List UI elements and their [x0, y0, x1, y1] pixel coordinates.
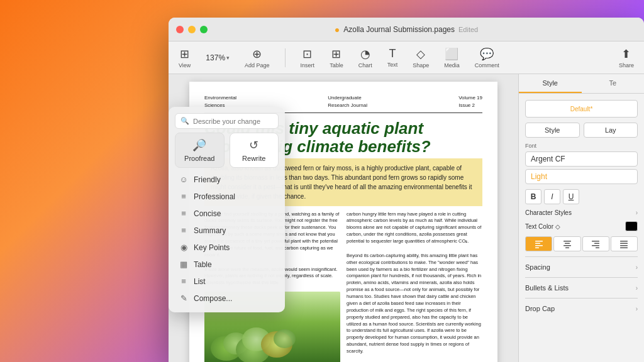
- summary-item[interactable]: ≡ Summary: [175, 222, 279, 238]
- character-styles-label: Character Styles: [525, 209, 572, 216]
- main-window: ● Azolla Journal Submission.pages Edited…: [169, 18, 644, 362]
- svg-rect-1: [535, 243, 540, 244]
- spacing-label: Spacing: [525, 263, 550, 271]
- drop-cap-chevron: ›: [636, 305, 638, 312]
- table-button[interactable]: ⊞ Table: [330, 47, 343, 69]
- title-dot: ●: [335, 25, 340, 35]
- style-layout-buttons: Style Lay: [525, 123, 638, 138]
- svg-rect-7: [565, 248, 569, 249]
- table-icon: ⊞: [331, 47, 341, 61]
- header-journal-line1: Undergraduate: [328, 94, 367, 101]
- align-center-icon: [563, 239, 572, 248]
- compose-item[interactable]: ✎ Compose...: [175, 290, 279, 306]
- character-styles-row: Character Styles ›: [525, 209, 638, 216]
- add-page-button[interactable]: ⊕ Add Page: [245, 47, 270, 69]
- underline-button[interactable]: U: [563, 189, 579, 204]
- toolbar: ⊞ View 137% ▾ ⊕ Add Page ⊡ Insert ⊞ Tabl…: [169, 41, 644, 74]
- chart-button[interactable]: ◔ Chart: [358, 47, 372, 69]
- close-button[interactable]: [176, 26, 184, 33]
- media-button[interactable]: ⬜ Media: [444, 47, 460, 69]
- default-style-selector[interactable]: Default*: [525, 100, 638, 118]
- font-name-selector[interactable]: Argent CF: [525, 151, 638, 167]
- share-button[interactable]: ⬆ Share: [619, 47, 634, 69]
- svg-rect-9: [594, 243, 599, 244]
- color-swatch[interactable]: [625, 221, 638, 231]
- spacing-section[interactable]: Spacing ›: [525, 256, 638, 272]
- comment-button[interactable]: 💬 Comment: [475, 47, 499, 69]
- drop-cap-header[interactable]: Drop Cap ›: [525, 304, 638, 314]
- text-format-row: B I U: [525, 189, 638, 204]
- table-item-label: Table: [194, 260, 212, 269]
- summary-label: Summary: [194, 226, 226, 235]
- align-center-button[interactable]: [553, 236, 580, 251]
- share-icon: ⬆: [621, 47, 631, 61]
- svg-rect-13: [620, 243, 628, 244]
- align-left-button[interactable]: [525, 236, 552, 251]
- header-col2: Undergraduate Research Journal: [328, 94, 367, 109]
- proofread-button[interactable]: 🔎 Proofread: [175, 133, 225, 168]
- main-content: Environmental Sciences Undergraduate Res…: [169, 74, 644, 362]
- key-points-label: Key Points: [194, 243, 230, 252]
- tab-text[interactable]: Te: [582, 74, 645, 93]
- professional-item[interactable]: ≡ Professional: [175, 189, 279, 204]
- describe-change-input[interactable]: 🔍: [175, 113, 279, 129]
- list-item[interactable]: ≡ List: [175, 273, 279, 289]
- table-item[interactable]: ▦ Table: [175, 256, 279, 272]
- insert-button[interactable]: ⊡ Insert: [301, 47, 315, 69]
- align-right-button[interactable]: [582, 236, 609, 251]
- view-icon: ⊞: [180, 47, 189, 61]
- window-title: ● Azolla Journal Submission.pages Edited: [335, 25, 478, 35]
- zoom-value: 137%: [206, 53, 225, 62]
- spacing-header[interactable]: Spacing ›: [525, 262, 638, 272]
- char-styles-arrow: ›: [636, 209, 638, 216]
- professional-label: Professional: [194, 192, 235, 201]
- bold-button[interactable]: B: [525, 189, 541, 204]
- svg-rect-0: [535, 241, 543, 242]
- list-label: List: [194, 277, 206, 286]
- align-justify-button[interactable]: [611, 236, 638, 251]
- header-col3: Volume 19 Issue 2: [458, 94, 482, 109]
- bullets-header[interactable]: Bullets & Lists ›: [525, 283, 638, 293]
- concise-item[interactable]: ≡ Concise: [175, 206, 279, 221]
- italic-button[interactable]: I: [544, 189, 560, 204]
- document-area[interactable]: Environmental Sciences Undergraduate Res…: [169, 74, 518, 362]
- font-weight-selector[interactable]: Light: [525, 169, 638, 184]
- fullscreen-button[interactable]: [200, 26, 208, 33]
- writing-tools-panel: 🔍 🔎 Proofread ↺ Rewrite: [169, 107, 285, 312]
- chevron-down-icon: ▾: [226, 55, 230, 61]
- list-icon: ≡: [179, 277, 189, 286]
- rewrite-icon: ↺: [249, 138, 258, 152]
- friendly-label: Friendly: [194, 175, 221, 184]
- change-input-field[interactable]: [193, 118, 273, 125]
- text-icon: T: [389, 47, 396, 60]
- compose-label: Compose...: [194, 294, 232, 303]
- bullets-section[interactable]: Bullets & Lists ›: [525, 277, 638, 293]
- rewrite-button[interactable]: ↺ Rewrite: [230, 133, 279, 168]
- key-points-icon: ◉: [179, 243, 189, 252]
- traffic-lights: [176, 26, 208, 33]
- tab-style[interactable]: Style: [519, 74, 582, 93]
- align-right-icon: [591, 239, 600, 248]
- svg-rect-8: [592, 241, 599, 242]
- rewrite-label: Rewrite: [242, 155, 265, 162]
- panel-actions: 🔎 Proofread ↺ Rewrite: [175, 133, 279, 168]
- view-button[interactable]: ⊞ View: [179, 47, 191, 69]
- writing-tools-list: ☺ Friendly ≡ Professional ≡ Concise ≡ Su…: [175, 172, 279, 306]
- minimize-button[interactable]: [188, 26, 196, 33]
- text-color-row: Text Color ◇: [525, 221, 638, 231]
- style-button[interactable]: Style: [525, 123, 580, 138]
- default-style-label: Default: [570, 106, 591, 112]
- zoom-control[interactable]: 137% ▾: [206, 53, 230, 62]
- align-left-icon: [535, 239, 543, 248]
- compose-icon: ✎: [179, 293, 189, 303]
- media-icon: ⬜: [445, 47, 458, 61]
- key-points-item[interactable]: ◉ Key Points: [175, 239, 279, 255]
- svg-rect-10: [592, 245, 599, 246]
- friendly-item[interactable]: ☺ Friendly: [175, 172, 279, 187]
- header-volume: Volume 19: [458, 94, 482, 101]
- shape-button[interactable]: ◇ Shape: [413, 47, 429, 69]
- drop-cap-section[interactable]: Drop Cap ›: [525, 298, 638, 314]
- layout-button[interactable]: Lay: [584, 123, 638, 138]
- svg-rect-4: [564, 241, 571, 242]
- text-button[interactable]: T Text: [387, 47, 398, 68]
